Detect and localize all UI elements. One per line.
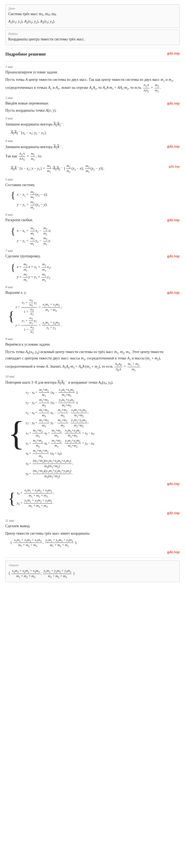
gdz-logo-10: gdz.top: [5, 480, 180, 487]
big-lines-10: x3 − x0 = m1+m2m3 (x0 − x1m1+x2m2m1+m2 )…: [26, 388, 95, 479]
system-lines-7: x + m2m1x = x1 + m2m1x2; y + m2m1y = y1 …: [17, 262, 51, 282]
step-6-system: { x − x1 = m2m1x2 − m2m1x; y − y1 = m2m1…: [11, 226, 180, 246]
step-4-header: Запишем координаты вектора A1A→.: [5, 143, 63, 150]
step-2-text: Пусть координаты точки A(x; y).: [5, 107, 180, 114]
solution-header: Подробное решение gdz.top: [5, 51, 180, 59]
big-brace-8: {: [8, 310, 15, 323]
nayti-label: Найти: [8, 31, 177, 36]
step-4-formula: A1A→{x − x1; y − y1} = m2m1·A1A2→ {m2m1(…: [11, 164, 105, 174]
step-1: 1 шаг Проанализируем условие задачи. Пус…: [5, 64, 180, 93]
gdz-logo-4b: gdz.top: [169, 164, 180, 169]
step-7: 7 шаг Сделаем группировку. gdz.top { x +…: [5, 248, 180, 282]
solution-label: Подробное решение: [5, 51, 46, 58]
step-3-header: Запишем координаты вектора A1A2→.: [5, 121, 180, 128]
brace-icon-6: {: [11, 226, 15, 236]
gdz-logo-6: gdz.top: [167, 217, 180, 223]
brace-result: {: [8, 492, 16, 505]
page: Дано Система трёх масс m₁, m₂, m₃. A1(x1…: [0, 0, 185, 868]
step-11-header: Сделаем вывод.: [5, 523, 180, 529]
gdz-logo-7: gdz.top: [167, 253, 180, 259]
gdz-logo-2: gdz.top: [167, 100, 180, 106]
system-lines-6: x − x1 = m2m1x2 − m2m1x; y − y1 = m2m1y2…: [17, 226, 51, 246]
result-lines: x0 = x1m1 + x2m2 + x3m3m1 + m2 + m3; y0 …: [17, 488, 54, 508]
step-8-system: { x = x1 + m2m1x2 1 + m2m1 = x1m1 + x2m2…: [8, 298, 180, 335]
divider: [5, 48, 180, 48]
brace-icon: {: [11, 190, 15, 200]
step-2-num: 2 шаг: [5, 95, 180, 100]
divider-answer: [5, 557, 180, 558]
step-9-text: Пусть точка A0(x0; y0) искомый центр тяж…: [5, 349, 180, 372]
step-11-formula: ( x1m1 + x2m2 + x3m3m1 + m2 + m3; y1m1 +…: [11, 538, 180, 548]
nayti-text: Координаты центра тяжести системы трёх м…: [8, 36, 177, 42]
step-7-header: Сделаем группировку.: [5, 253, 41, 259]
big-brace-10: {: [8, 420, 25, 447]
step-10-result: { x0 = x1m1 + x2m2 + x3m3m1 + m2 + m3; y…: [8, 488, 180, 508]
gdz-logo-11: gdz.top: [5, 549, 180, 555]
step-9-header: Вернёмся к условию задачи.: [5, 341, 180, 348]
step-3-num: 3 шаг: [5, 116, 180, 121]
step-4-subtext: Так как A1AAA2 = m2m1, то:: [5, 152, 180, 162]
gdz-logo-8: gdz.top: [167, 289, 180, 296]
gdz-logo-4: gdz.top: [167, 143, 180, 149]
step-6: 6 шаг Раскроем скобки. gdz.top { x − x1 …: [5, 212, 180, 246]
step-6-header: Раскроем скобки.: [5, 217, 33, 223]
step-4: 4 шаг Запишем координаты вектора A1A→. g…: [5, 138, 180, 175]
step-11-num: 11 шаг: [5, 518, 180, 523]
big-lines-8: x = x1 + m2m1x2 1 + m2m1 = x1m1 + x2m2m1…: [16, 298, 62, 335]
step-11: 11 шаг Сделаем вывод. Центр тяжести сист…: [5, 518, 180, 555]
step-2: 2 шаг Введём новые переменные. gdz.top П…: [5, 95, 180, 114]
step-3-formula: A1A2→{x2 − x1; y2 − y1}.: [11, 129, 180, 136]
step-8-header: Выразим x, y.: [5, 289, 27, 296]
step-9-num: 9 шаг: [5, 337, 180, 341]
answer-label: Ответ: [9, 563, 176, 567]
dado-box: Дано Система трёх масс m₁, m₂, m₃. A1(x1…: [5, 4, 180, 28]
answer-formula: ( x1m1 + x2m2 + x3m3m1 + m2 + m3; y1m1 +…: [9, 569, 176, 579]
step-1-header: Проанализируем условие задачи.: [5, 69, 180, 75]
step-3: 3 шаг Запишем координаты вектора A1A2→. …: [5, 116, 180, 136]
dado-line1: Система трёх масс m₁, m₂, m₃.: [8, 11, 177, 17]
step-10-header: Повторим шаги 3−8 для вектора A3A0→ и ко…: [5, 379, 180, 386]
gdz-logo-top: gdz.top: [167, 50, 180, 56]
step-8-num: 8 шаг: [5, 285, 180, 289]
step-9: 9 шаг Вернёмся к условию задачи. Пусть т…: [5, 337, 180, 372]
step-8: 8 шаг Выразим x, y. gdz.top { x = x1 + m…: [5, 285, 180, 335]
step-7-num: 7 шаг: [5, 248, 180, 253]
brace-icon-7: {: [11, 263, 15, 272]
step-5-system: { x − x1 = m2m1(x2 − x); y − y1 = m2m1(y…: [11, 190, 180, 210]
step-7-system: { x + m2m1x = x1 + m2m1x2; y + m2m1y = y…: [11, 262, 180, 282]
step-4-num: 4 шаг: [5, 138, 180, 143]
step-5-num: 5 шаг: [5, 177, 180, 182]
step-11-text: Центр тяжести системы трёх масс имеет ко…: [5, 530, 180, 537]
system-lines-5: x − x1 = m2m1(x2 − x); y − y1 = m2m1(y2 …: [17, 190, 48, 210]
step-5: 5 шаг Составим систему. { x − x1 = m2m1(…: [5, 177, 180, 210]
step-1-text: Пусть точка A центр тяжести системы из д…: [5, 76, 180, 93]
step-10-system: { x3 − x0 = m1+m2m3 (x0 − x1m1+x2m2m1+m2…: [8, 388, 180, 479]
answer-box: Ответ ( x1m1 + x2m2 + x3m3m1 + m2 + m3; …: [5, 560, 180, 582]
dado-line2: A1(x1; y1), A2(x2; y2), A3(x3; y3).: [8, 18, 177, 25]
nayti-box: Найти Координаты центра тяжести системы …: [5, 30, 180, 45]
gdz-logo-10b: gdz.top: [5, 510, 180, 516]
divider2: [5, 61, 180, 62]
step-6-num: 6 шаг: [5, 212, 180, 217]
dado-label: Дано: [8, 6, 177, 11]
step-1-num: 1 шаг: [5, 64, 180, 69]
step-2-header: Введём новые переменные.: [5, 100, 49, 106]
step-10-num: 10 шаг: [5, 374, 180, 379]
step-5-header: Составим систему.: [5, 182, 180, 188]
step-10: 10 шаг Повторим шаги 3−8 для вектора A3A…: [5, 374, 180, 516]
